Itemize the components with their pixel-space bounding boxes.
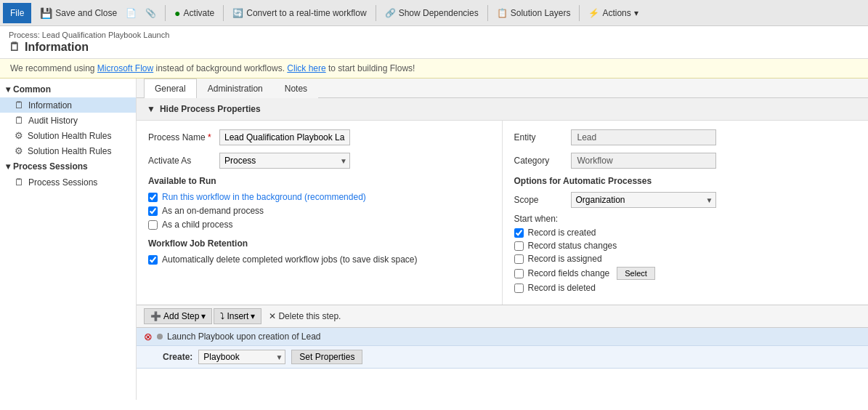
convert-icon: 🔄 [232,8,243,18]
sw-fields-checkbox[interactable] [514,269,524,278]
info-banner: We recommend using Microsoft Flow instea… [0,59,868,79]
start-when-row-3: Record is assigned [514,254,857,264]
triangle-icon-2: ▾ [6,161,10,172]
checkbox-child-label: As a child process [162,220,232,230]
section-header-process-props[interactable]: ▼ Hide Process Properties [137,98,868,121]
sw-assigned-checkbox[interactable] [514,254,524,264]
checkbox-on-demand[interactable] [148,206,158,216]
tab-notes[interactable]: Notes [274,79,318,98]
add-step-icon: ➕ [150,311,161,321]
click-here-link[interactable]: Click here [287,63,325,73]
microsoft-flow-link[interactable]: Microsoft Flow [97,63,153,73]
checkbox-child[interactable] [148,220,158,230]
start-when-row-4: Record fields change Select [514,267,857,280]
health-icon-1: ⚙ [15,130,23,141]
process-name-input[interactable] [219,129,350,145]
start-when-section: Start when: Record is created Record sta… [514,214,857,293]
entity-label: Entity [514,132,565,142]
start-when-row-2: Record status changes [514,241,857,251]
retention-checkbox-row: Automatically delete completed workflow … [148,254,490,265]
breadcrumb: Process: Lead Qualification Playbook Lau… [9,31,859,39]
step-entity-select[interactable]: Playbook [198,350,285,364]
save-close-button[interactable]: 💾 Save and Close [36,3,121,23]
delete-step-button[interactable]: ✕ Delete this step. [263,309,346,323]
show-deps-button[interactable]: 🔗 Show Dependencies [381,3,483,23]
tabs: General Administration Notes [137,79,868,98]
start-when-label: Start when: [514,214,857,224]
props-left-col: Process Name Activate As Process Templat… [137,121,503,305]
add-step-button[interactable]: ➕ Add Step ▾ [144,308,212,324]
actions-button[interactable]: ⚡ Actions ▾ [584,3,642,23]
chevron-down-icon: ▾ [634,8,638,18]
attach-icon: 📎 [145,8,156,18]
insert-chevron: ▾ [251,311,255,321]
sw-deleted-checkbox[interactable] [514,284,524,293]
title-area: Process: Lead Qualification Playbook Lau… [0,26,868,59]
process-name-field-row: Process Name [148,129,490,145]
activate-as-field-row: Activate As Process Template ▼ [148,153,490,169]
entity-field-row: Entity Lead [514,129,857,145]
sw-fields-label: Record fields change [528,268,610,278]
retention-checkbox[interactable] [148,255,158,265]
checkbox-background-label: Run this workflow in the background (rec… [162,192,366,202]
collapse-icon: ▼ [147,104,155,114]
tab-general[interactable]: General [144,79,197,98]
category-label: Category [514,156,565,166]
sw-assigned-label: Record is assigned [528,254,602,264]
convert-button[interactable]: 🔄 Convert to a real-time workflow [228,3,370,23]
select-fields-button[interactable]: Select [617,267,655,280]
sidebar-section-common[interactable]: ▾ Common [0,81,136,97]
step-entity-select-wrap: Playbook ▼ [198,350,285,364]
options-header: Options for Automatic Processes [514,176,857,186]
file-button[interactable]: File [3,3,31,23]
page-title: 🗒 Information [9,41,859,54]
save-icon: 💾 [40,7,52,19]
scope-select[interactable]: Organization User Business Unit Parent: … [571,192,716,208]
title-icon: 🗒 [9,41,20,54]
step-text: Launch Playbook upon creation of Lead [167,331,321,342]
health-icon-2: ⚙ [15,145,23,156]
step-dot [157,334,163,339]
retention-header: Workflow Job Retention [148,238,490,249]
checkbox-row-2: As an on-demand process [148,206,490,216]
activate-as-select[interactable]: Process Template [219,153,350,169]
process-name-label: Process Name [148,132,214,142]
sw-created-label: Record is created [528,228,596,238]
sep5 [579,5,580,21]
activate-button[interactable]: ● Activate [170,3,219,23]
sw-status-label: Record status changes [528,241,617,251]
toolbar-icon-btn-1[interactable]: 📄 [121,3,141,23]
category-value: Workflow [571,153,716,169]
doc-icon: 📄 [126,8,137,18]
sw-status-checkbox[interactable] [514,241,524,251]
solution-layers-button[interactable]: 📋 Solution Layers [492,3,575,23]
checkbox-row-1: Run this workflow in the background (rec… [148,192,490,202]
sw-created-checkbox[interactable] [514,228,524,238]
insert-icon: ⤵ [220,311,224,321]
content-area: General Administration Notes ▼ Hide Proc… [137,79,868,400]
audit-icon: 🗒 [15,115,24,126]
props-right-col: Entity Lead Category Workflow Options fo… [503,121,869,305]
start-when-row-1: Record is created [514,228,857,238]
layers-icon: 📋 [497,8,508,18]
delete-x-icon: ✕ [269,311,276,321]
main-layout: ▾ Common 🗒 Information 🗒 Audit History ⚙… [0,79,868,400]
checkbox-row-3: As a child process [148,220,490,230]
insert-button[interactable]: ⤵ Insert ▾ [214,308,261,324]
sidebar-item-process-sessions[interactable]: 🗒 Process Sessions [0,174,136,190]
sidebar-item-audit-history[interactable]: 🗒 Audit History [0,113,136,128]
form-content: ▼ Hide Process Properties Process Name A… [137,98,868,400]
info-icon: 🗒 [15,100,24,110]
tab-administration[interactable]: Administration [197,79,274,98]
add-step-chevron: ▾ [201,311,206,321]
sidebar-item-information[interactable]: 🗒 Information [0,97,136,113]
sidebar-item-solution-health-1[interactable]: ⚙ Solution Health Rules [0,128,136,143]
sidebar-item-solution-health-2[interactable]: ⚙ Solution Health Rules [0,143,136,158]
toolbar-icon-btn-2[interactable]: 📎 [141,3,161,23]
sidebar-section-process-sessions[interactable]: ▾ Process Sessions [0,158,136,174]
checkbox-on-demand-label: As an on-demand process [162,206,264,216]
triangle-icon: ▾ [6,84,10,95]
entity-value: Lead [571,129,716,145]
checkbox-background[interactable] [148,193,158,202]
set-properties-button[interactable]: Set Properties [291,350,362,364]
